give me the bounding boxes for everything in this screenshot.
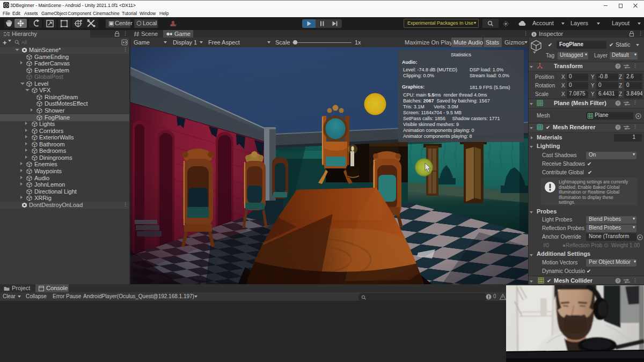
svg-text:?: ? [617, 125, 619, 130]
svg-text:?: ? [617, 101, 619, 106]
svg-text:?: ? [617, 64, 619, 69]
svg-text:?: ? [617, 278, 619, 283]
